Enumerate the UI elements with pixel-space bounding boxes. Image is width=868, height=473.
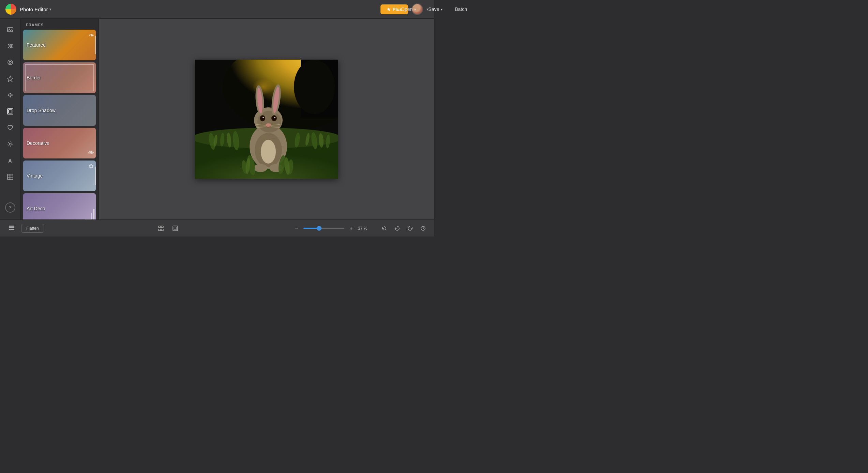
- frame-item-border[interactable]: Border: [23, 62, 96, 93]
- sidebar-item-adjustments[interactable]: [3, 39, 18, 54]
- frames-title: FRAMES: [20, 19, 99, 30]
- sidebar-item-preview[interactable]: [3, 55, 18, 70]
- svg-rect-75: [9, 229, 14, 230]
- frames-panel: FRAMES ❧ Featured Border Drop Shadow ❧: [20, 19, 99, 219]
- app-title: Photo Editor: [20, 6, 48, 12]
- svg-rect-77: [161, 226, 163, 228]
- sidebar-item-nodes[interactable]: [3, 88, 18, 103]
- svg-rect-74: [9, 227, 14, 228]
- svg-point-5: [9, 44, 10, 45]
- frame-featured-label: Featured: [27, 42, 46, 48]
- frame-item-vintage[interactable]: ✿ Vintage: [23, 161, 96, 191]
- canvas-tools: [155, 223, 181, 234]
- sidebar-item-favorites[interactable]: [3, 120, 18, 135]
- frame-vintage-ornament: ✿: [89, 163, 94, 170]
- frame-decorative-ornament: ❧: [88, 148, 94, 157]
- frames-list: ❧ Featured Border Drop Shadow ❧ Decorati…: [20, 30, 99, 219]
- sidebar-item-text[interactable]: A: [3, 153, 18, 168]
- zoom-controls: − + 37 %: [293, 225, 370, 231]
- help-button[interactable]: ?: [5, 202, 15, 213]
- frame-featured-ornament: ❧: [89, 31, 94, 39]
- flatten-button[interactable]: Flatten: [21, 224, 44, 233]
- svg-rect-76: [159, 226, 161, 228]
- svg-point-65: [254, 164, 267, 172]
- frame-vintage-line: [95, 167, 96, 185]
- rotate-button[interactable]: [379, 223, 390, 234]
- canvas-image: [195, 60, 338, 179]
- sidebar-item-frames[interactable]: [3, 104, 18, 119]
- svg-point-56: [272, 116, 276, 121]
- header-nav: Open ▾ Save ▾ Batch: [396, 4, 434, 14]
- zoom-percent: 37 %: [358, 226, 370, 231]
- header: Photo Editor ▾ Open ▾ Save ▾ Batch ★ Plu…: [0, 0, 434, 19]
- layers-button[interactable]: [5, 223, 18, 234]
- bottom-bar: Flatten − + 37 %: [0, 219, 434, 236]
- frame-art-deco-label: Art Deco: [27, 206, 45, 211]
- svg-rect-73: [9, 226, 14, 227]
- frame-border-label: Border: [27, 75, 41, 80]
- zoom-in-button[interactable]: +: [347, 225, 355, 231]
- svg-rect-80: [173, 226, 178, 231]
- sidebar-item-image[interactable]: [3, 22, 18, 37]
- svg-point-58: [266, 123, 271, 127]
- zoom-out-button[interactable]: −: [293, 225, 301, 231]
- svg-marker-10: [7, 76, 13, 81]
- svg-point-9: [9, 61, 11, 63]
- svg-point-57: [274, 117, 275, 118]
- actual-size-button[interactable]: [170, 223, 181, 234]
- svg-rect-79: [161, 229, 163, 231]
- svg-point-11: [8, 94, 9, 96]
- svg-point-19: [9, 143, 11, 145]
- frame-drop-shadow-label: Drop Shadow: [27, 108, 56, 113]
- sidebar-item-texture[interactable]: [3, 169, 18, 184]
- save-button[interactable]: Save ▾: [423, 4, 434, 14]
- open-button[interactable]: Open ▾: [396, 4, 421, 14]
- history-button[interactable]: [418, 223, 429, 234]
- frame-vintage-label: Vintage: [27, 173, 43, 179]
- redo-button[interactable]: [405, 223, 416, 234]
- frame-item-featured[interactable]: ❧ Featured: [23, 30, 96, 60]
- svg-point-6: [11, 45, 12, 47]
- frame-item-decorative[interactable]: ❧ Decorative: [23, 128, 96, 158]
- sidebar-item-settings[interactable]: [3, 137, 18, 152]
- sidebar-item-effects[interactable]: [3, 71, 18, 86]
- undo-button[interactable]: [392, 223, 403, 234]
- frame-featured-line: [95, 36, 96, 54]
- app-dropdown-arrow[interactable]: ▾: [49, 7, 51, 12]
- svg-rect-0: [8, 28, 13, 32]
- svg-point-53: [260, 116, 265, 121]
- bottom-right-tools: [379, 223, 429, 234]
- icon-bar: A ?: [0, 19, 20, 219]
- svg-point-45: [261, 140, 276, 164]
- main-layout: A ? FRAMES ❧ Featured Border: [0, 19, 434, 219]
- svg-rect-20: [8, 174, 13, 180]
- app-logo: [5, 4, 16, 15]
- frame-decorative-label: Decorative: [27, 140, 49, 146]
- fit-view-button[interactable]: [155, 223, 166, 234]
- svg-point-13: [11, 94, 13, 96]
- svg-point-30: [294, 60, 335, 114]
- svg-point-54: [263, 117, 264, 118]
- zoom-slider[interactable]: [303, 228, 344, 229]
- svg-point-7: [9, 47, 10, 48]
- frame-artdeco-inner: [85, 213, 92, 219]
- canvas-area: [99, 19, 434, 219]
- svg-rect-78: [159, 229, 161, 231]
- svg-point-8: [8, 60, 13, 65]
- svg-rect-81: [174, 227, 177, 230]
- svg-point-12: [10, 93, 11, 94]
- frame-item-art-deco[interactable]: Art Deco: [23, 193, 96, 219]
- svg-rect-18: [9, 110, 12, 113]
- svg-point-14: [10, 96, 11, 97]
- frame-item-drop-shadow[interactable]: Drop Shadow: [23, 95, 96, 126]
